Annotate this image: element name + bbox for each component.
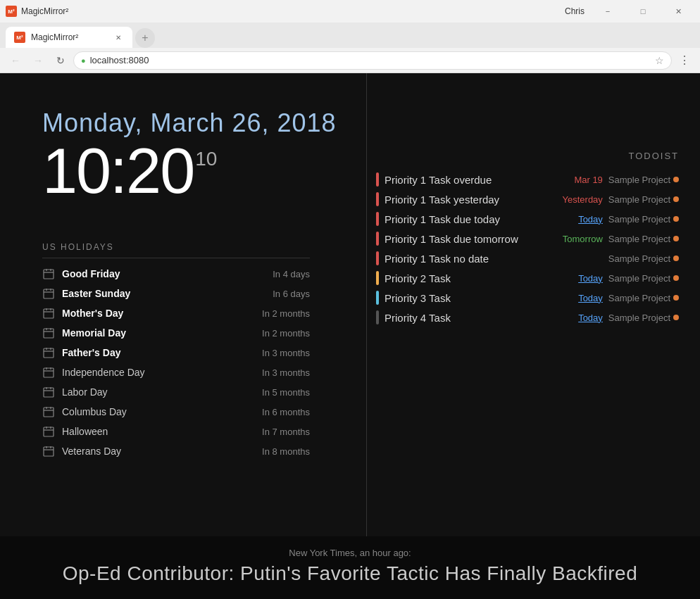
svg-rect-16 — [44, 348, 54, 358]
holiday-item: Independence Day In 3 months — [42, 362, 310, 382]
task-name: Priority 1 Task overdue — [385, 174, 554, 186]
user-area: Chris − □ ✕ — [565, 0, 694, 23]
holiday-item: Veterans Day In 8 months — [42, 441, 310, 461]
news-headline: Op-Ed Contributor: Putin's Favorite Tact… — [14, 562, 686, 585]
task-row: Priority 1 Task overdue Mar 19 Sample Pr… — [376, 170, 679, 189]
task-row: Priority 1 Task no date Sample Project — [376, 248, 679, 268]
holiday-name: Father's Day — [62, 347, 255, 358]
secure-icon: ● — [81, 56, 86, 65]
holiday-name: Labor Day — [62, 386, 255, 398]
holiday-date: In 2 months — [262, 308, 310, 319]
holiday-name: Good Friday — [62, 268, 265, 279]
holidays-section: US HOLIDAYS Good Friday In 4 days — [42, 242, 310, 461]
browser-chrome: M² MagicMirror² Chris − □ ✕ M² MagicMirr… — [0, 0, 700, 73]
task-date: Today — [554, 214, 603, 225]
window-controls: − □ ✕ — [592, 0, 694, 23]
time-display: 10:20 10 — [42, 139, 337, 203]
holiday-date: In 8 months — [262, 446, 310, 457]
project-name: Sample Project — [608, 175, 670, 185]
tab-favicon: M² — [6, 6, 17, 17]
time-main: 10:20 — [42, 139, 194, 203]
forward-button[interactable]: → — [28, 51, 48, 70]
close-button[interactable]: ✕ — [662, 0, 694, 23]
tab-favicon: M² — [14, 32, 25, 43]
holiday-name: Memorial Day — [62, 327, 255, 339]
task-row: Priority 1 Task due tomorrow Tomorrow Sa… — [376, 229, 679, 248]
project-dot — [673, 295, 679, 301]
refresh-button[interactable]: ↻ — [51, 51, 70, 70]
task-project: Sample Project — [608, 175, 679, 185]
task-row: Priority 1 Task yesterday Yesterday Samp… — [376, 189, 679, 209]
date-display: Monday, March 26, 2018 — [42, 108, 337, 138]
project-dot — [673, 216, 679, 222]
svg-rect-12 — [44, 329, 54, 338]
holiday-date: In 5 months — [262, 387, 310, 398]
priority-bar — [376, 291, 379, 305]
todoist-section: TODOIST Priority 1 Task overdue Mar 19 S… — [376, 151, 679, 327]
task-project: Sample Project — [608, 313, 679, 323]
task-list: Priority 1 Task overdue Mar 19 Sample Pr… — [376, 170, 679, 327]
task-row: Priority 3 Task Today Sample Project — [376, 288, 679, 308]
holiday-item: Memorial Day In 2 months — [42, 323, 310, 343]
svg-rect-32 — [44, 427, 54, 436]
holiday-item: Halloween In 7 months — [42, 422, 310, 441]
svg-rect-4 — [44, 289, 54, 298]
holiday-item: Labor Day In 5 months — [42, 382, 310, 402]
holiday-item: Columbus Day In 6 months — [42, 402, 310, 422]
holiday-date: In 6 months — [262, 407, 310, 417]
task-name: Priority 1 Task due today — [385, 213, 554, 225]
calendar-icon — [42, 267, 55, 280]
task-name: Priority 4 Task — [385, 312, 554, 324]
active-tab[interactable]: M² MagicMirror² ✕ — [6, 27, 132, 48]
divider — [366, 73, 367, 599]
task-date: Today — [554, 293, 603, 303]
holiday-item: Good Friday In 4 days — [42, 264, 310, 284]
task-name: Priority 2 Task — [385, 272, 554, 284]
task-date: Today — [554, 313, 603, 323]
calendar-icon — [42, 287, 55, 300]
task-row: Priority 1 Task due today Today Sample P… — [376, 209, 679, 229]
tab-label: MagicMirror² — [31, 32, 78, 42]
project-name: Sample Project — [608, 293, 670, 303]
bookmark-icon[interactable]: ☆ — [655, 55, 664, 66]
task-name: Priority 3 Task — [385, 292, 554, 304]
task-project: Sample Project — [608, 273, 679, 284]
holiday-list: Good Friday In 4 days Easter Sunday In 6… — [42, 264, 310, 461]
svg-rect-0 — [44, 270, 54, 279]
task-name: Priority 1 Task no date — [385, 253, 554, 265]
project-dot — [673, 256, 679, 261]
priority-bar — [376, 212, 379, 226]
nav-bar: ← → ↻ ● localhost:8080 ☆ ⋮ — [0, 48, 700, 73]
holidays-title: US HOLIDAYS — [42, 242, 310, 258]
calendar-icon — [42, 405, 55, 418]
calendar-icon — [42, 307, 55, 320]
project-dot — [673, 315, 679, 320]
holiday-date: In 3 months — [262, 367, 310, 378]
calendar-icon — [42, 327, 55, 339]
back-button[interactable]: ← — [6, 51, 25, 70]
address-bar[interactable]: ● localhost:8080 ☆ — [73, 51, 672, 70]
priority-bar — [376, 172, 379, 187]
maximize-button[interactable]: □ — [627, 0, 659, 23]
holiday-name: Veterans Day — [62, 446, 255, 457]
tab-bar: M² MagicMirror² ✕ + — [0, 23, 700, 48]
holiday-name: Halloween — [62, 426, 255, 437]
title-bar: M² MagicMirror² Chris − □ ✕ — [0, 0, 700, 23]
task-row: Priority 2 Task Today Sample Project — [376, 268, 679, 288]
svg-rect-36 — [44, 447, 54, 456]
priority-bar — [376, 310, 379, 324]
project-name: Sample Project — [608, 273, 670, 284]
project-name: Sample Project — [608, 313, 670, 323]
todoist-header: TODOIST — [376, 151, 679, 161]
priority-bar — [376, 192, 379, 206]
holiday-date: In 6 days — [273, 289, 310, 299]
project-dot — [673, 236, 679, 241]
project-name: Sample Project — [608, 194, 670, 205]
project-name: Sample Project — [608, 214, 670, 225]
new-tab-button[interactable]: + — [135, 28, 155, 48]
tab-close-button[interactable]: ✕ — [113, 32, 124, 43]
browser-menu-button[interactable]: ⋮ — [675, 51, 694, 70]
priority-bar — [376, 232, 379, 246]
minimize-button[interactable]: − — [592, 0, 624, 23]
project-dot — [673, 196, 679, 202]
